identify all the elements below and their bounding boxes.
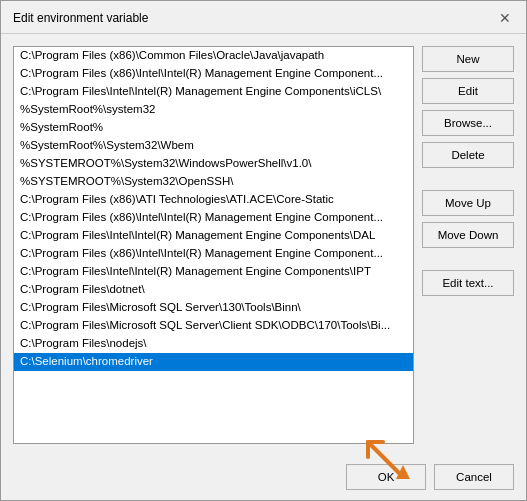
- list-item[interactable]: C:\Program Files (x86)\ATI Technologies\…: [14, 191, 413, 209]
- list-item[interactable]: C:\Program Files (x86)\Intel\Intel(R) Ma…: [14, 65, 413, 83]
- dialog-title: Edit environment variable: [13, 11, 148, 25]
- list-item[interactable]: C:\Program Files\Intel\Intel(R) Manageme…: [14, 263, 413, 281]
- list-item[interactable]: C:\Program Files\Intel\Intel(R) Manageme…: [14, 227, 413, 245]
- list-item[interactable]: %SystemRoot%\System32\Wbem: [14, 137, 413, 155]
- list-item[interactable]: C:\Program Files\Microsoft SQL Server\13…: [14, 299, 413, 317]
- list-item[interactable]: C:\Program Files (x86)\Common Files\Orac…: [14, 47, 413, 65]
- list-item[interactable]: C:\Selenium\chromedriver: [14, 353, 413, 371]
- svg-line-0: [368, 442, 403, 477]
- env-variable-list[interactable]: C:\Program Files (x86)\Common Files\Orac…: [13, 46, 414, 444]
- edit-text-button[interactable]: Edit text...: [422, 270, 514, 296]
- delete-button[interactable]: Delete: [422, 142, 514, 168]
- list-item[interactable]: %SYSTEMROOT%\System32\OpenSSH\: [14, 173, 413, 191]
- buttons-panel: New Edit Browse... Delete Move Up Move D…: [422, 46, 514, 444]
- edit-button[interactable]: Edit: [422, 78, 514, 104]
- close-button[interactable]: ✕: [496, 9, 514, 27]
- title-bar: Edit environment variable ✕: [1, 1, 526, 34]
- cancel-button[interactable]: Cancel: [434, 464, 514, 490]
- list-item[interactable]: C:\Program Files\dotnet\: [14, 281, 413, 299]
- list-item[interactable]: %SystemRoot%\system32: [14, 101, 413, 119]
- list-item[interactable]: C:\Program Files\Microsoft SQL Server\Cl…: [14, 317, 413, 335]
- arrow-annotation: [358, 437, 418, 492]
- list-item[interactable]: C:\Program Files (x86)\Intel\Intel(R) Ma…: [14, 245, 413, 263]
- list-item[interactable]: %SystemRoot%: [14, 119, 413, 137]
- new-button[interactable]: New: [422, 46, 514, 72]
- edit-env-variable-dialog: Edit environment variable ✕ C:\Program F…: [0, 0, 527, 501]
- list-item[interactable]: %SYSTEMROOT%\System32\WindowsPowerShell\…: [14, 155, 413, 173]
- move-down-button[interactable]: Move Down: [422, 222, 514, 248]
- dialog-footer: OK Cancel: [1, 456, 526, 500]
- move-up-button[interactable]: Move Up: [422, 190, 514, 216]
- list-item[interactable]: C:\Program Files\nodejs\: [14, 335, 413, 353]
- browse-button[interactable]: Browse...: [422, 110, 514, 136]
- dialog-content: C:\Program Files (x86)\Common Files\Orac…: [1, 34, 526, 456]
- list-item[interactable]: C:\Program Files\Intel\Intel(R) Manageme…: [14, 83, 413, 101]
- list-item[interactable]: C:\Program Files (x86)\Intel\Intel(R) Ma…: [14, 209, 413, 227]
